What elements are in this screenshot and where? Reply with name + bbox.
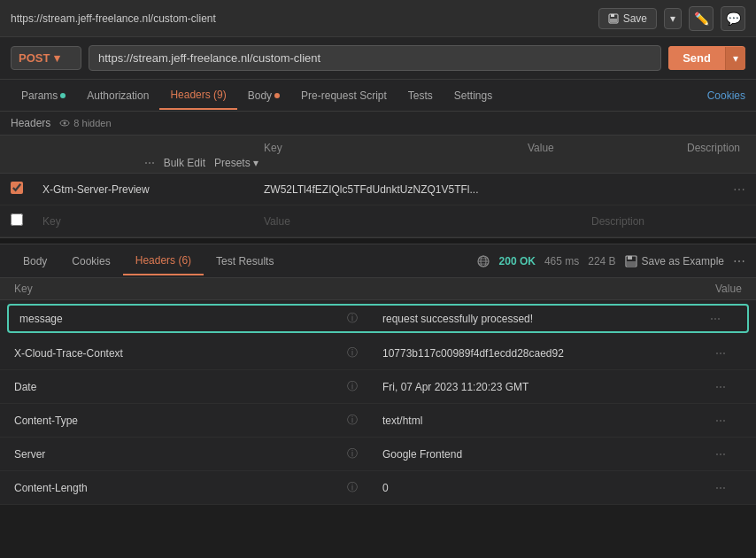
presets-button[interactable]: Presets ▾ [214, 157, 258, 169]
resp-more-content-length[interactable]: ⋯ [715, 482, 742, 494]
headers-table-header: Key Value Description ⋯ Bulk Edit Preset… [0, 136, 756, 174]
send-dropdown-button[interactable]: ▾ [725, 47, 745, 70]
col-value-label: Value [522, 139, 682, 157]
row1-more[interactable]: ⋯ [733, 182, 745, 197]
comment-icon-button[interactable]: 💬 [721, 6, 745, 31]
tab-prerequest[interactable]: Pre-request Script [290, 82, 397, 109]
table-row: X-Gtm-Server-Preview ZW52LTl4fEZIQlc5TFd… [0, 174, 756, 205]
tab-authorization[interactable]: Authorization [76, 82, 159, 109]
row2-checkbox-cell [11, 213, 37, 229]
resp-more-date[interactable]: ⋯ [715, 381, 742, 393]
more-options-icon[interactable]: ⋯ [144, 157, 155, 169]
resp-info-trace[interactable]: ⓘ [347, 345, 382, 360]
bulk-edit-button[interactable]: Bulk Edit [164, 157, 205, 169]
resp-key-content-length: Content-Length [14, 482, 347, 494]
row2-description-placeholder[interactable]: Description [586, 213, 745, 230]
response-tabs-row: Body Cookies Headers (6) Test Results 20… [0, 244, 756, 278]
method-label: POST [19, 51, 50, 65]
resp-more-server[interactable]: ⋯ [715, 448, 742, 461]
resp-value-trace: 10773b117c00989f4df1ecdd28caed92 [382, 347, 715, 360]
resp-key-message: message [19, 313, 347, 325]
edit-icon-button[interactable]: ✏️ [689, 6, 714, 31]
resp-key-trace: X-Cloud-Trace-Context [14, 347, 347, 360]
resp-value-content-type: text/html [382, 415, 715, 427]
request-headers-section: Headers 8 hidden Key Value Description ⋯… [0, 112, 756, 237]
save-button[interactable]: Save [598, 8, 657, 29]
resp-more-trace[interactable]: ⋯ [715, 347, 742, 360]
resp-row-content-type: Content-Type ⓘ text/html ⋯ [0, 404, 756, 438]
method-arrow: ▾ [54, 51, 60, 65]
method-select[interactable]: POST ▾ [11, 46, 81, 70]
resp-value-server: Google Frontend [382, 448, 715, 461]
resp-row-highlighted: message ⓘ request successfully processed… [7, 304, 749, 333]
hidden-badge: 8 hidden [59, 118, 111, 128]
send-main-button[interactable]: Send [668, 46, 725, 70]
resp-col-key: Key [14, 283, 365, 295]
response-section: Body Cookies Headers (6) Test Results 20… [0, 244, 756, 505]
svg-rect-12 [627, 261, 636, 266]
tab-settings[interactable]: Settings [444, 82, 503, 109]
top-bar-actions: Save ▾ ✏️ 💬 [598, 6, 745, 31]
top-bar: https://stream.jeff-freelance.nl/custom-… [0, 0, 756, 37]
resp-row-server: Server ⓘ Google Frontend ⋯ [0, 438, 756, 471]
resp-info-icon-message[interactable]: ⓘ [347, 311, 382, 326]
save-example-icon [625, 255, 637, 267]
body-dot [274, 93, 280, 98]
table-header-actions: ⋯ Bulk Edit Presets ▾ [11, 157, 258, 169]
resp-tab-cookies[interactable]: Cookies [59, 248, 122, 275]
url-input[interactable] [89, 45, 661, 71]
save-example-button[interactable]: Save as Example [625, 255, 724, 267]
send-button-group: Send ▾ [668, 46, 745, 70]
resp-value-content-length: 0 [382, 482, 715, 494]
response-table-header: Key Value [0, 278, 756, 300]
row1-value: ZW52LTl4fEZIQlc5TFdUdnktUzNZQ1V5TFl... [258, 181, 574, 198]
status-code: 200 OK [499, 255, 536, 267]
save-icon [608, 13, 619, 24]
tab-tests[interactable]: Tests [397, 82, 444, 109]
resp-tab-body[interactable]: Body [11, 248, 59, 275]
row1-checkbox[interactable] [11, 182, 23, 194]
row2-key-placeholder[interactable]: Key [37, 213, 258, 230]
resp-info-content-type[interactable]: ⓘ [347, 413, 382, 428]
save-dropdown-button[interactable]: ▾ [664, 8, 682, 29]
row2-checkbox[interactable] [11, 213, 23, 226]
resp-col-value: Value [715, 283, 742, 295]
resp-key-date: Date [14, 381, 347, 393]
top-bar-url: https://stream.jeff-freelance.nl/custom-… [11, 12, 216, 25]
resp-tab-headers[interactable]: Headers (6) [123, 247, 204, 275]
svg-point-4 [64, 122, 66, 125]
request-tabs: Params Authorization Headers (9) Body Pr… [0, 80, 756, 112]
tab-body[interactable]: Body [237, 82, 290, 109]
col-description-label: Description [682, 139, 745, 157]
eye-icon [59, 118, 70, 128]
resp-row-date: Date ⓘ Fri, 07 Apr 2023 11:20:23 GMT ⋯ [0, 370, 756, 404]
resp-key-server: Server [14, 448, 347, 461]
globe-icon [476, 254, 490, 268]
svg-rect-2 [610, 19, 617, 22]
cookies-link[interactable]: Cookies [707, 89, 745, 102]
headers-section-label: Headers [11, 117, 50, 129]
params-dot [60, 93, 66, 98]
resp-more-message[interactable]: ⋯ [710, 313, 737, 325]
status-size: 224 B [588, 255, 615, 267]
resp-more-content-type[interactable]: ⋯ [715, 415, 742, 427]
row1-checkbox-cell [11, 182, 37, 197]
table-row-placeholder: Key Value Description [0, 205, 756, 237]
resp-info-server[interactable]: ⓘ [347, 446, 382, 461]
col-key-label: Key [258, 139, 522, 157]
hidden-count: 8 hidden [73, 118, 111, 128]
section-divider [0, 237, 756, 244]
tab-headers[interactable]: Headers (9) [159, 81, 236, 110]
response-status-area: 200 OK 465 ms 224 B Save as Example ⋯ [476, 254, 745, 268]
resp-row-trace: X-Cloud-Trace-Context ⓘ 10773b117c00989f… [0, 337, 756, 370]
row1-description [574, 187, 733, 192]
response-more-options[interactable]: ⋯ [733, 254, 745, 268]
svg-rect-1 [611, 14, 614, 17]
tab-params[interactable]: Params [11, 82, 76, 109]
headers-title-row: Headers 8 hidden [0, 112, 756, 136]
resp-info-date[interactable]: ⓘ [347, 379, 382, 394]
resp-info-content-length[interactable]: ⓘ [347, 480, 382, 495]
resp-tab-test-results[interactable]: Test Results [204, 248, 286, 275]
resp-key-content-type: Content-Type [14, 415, 347, 427]
row2-value-placeholder[interactable]: Value [258, 213, 586, 230]
